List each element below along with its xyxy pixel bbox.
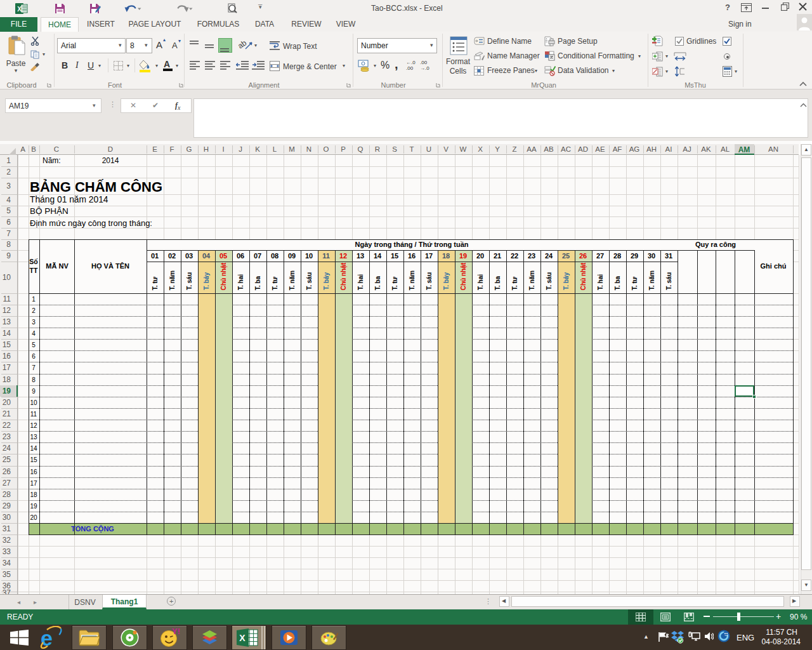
svg-text:Y!: Y!	[172, 627, 180, 636]
svg-text:X: X	[239, 633, 246, 643]
svg-text:e: e	[41, 626, 53, 649]
svg-text:X: X	[17, 6, 22, 13]
